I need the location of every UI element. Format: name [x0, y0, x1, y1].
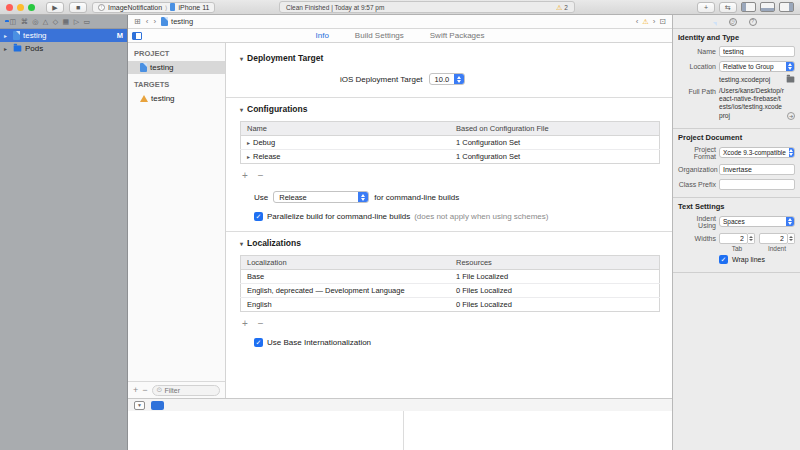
tab-width-field[interactable] — [719, 233, 748, 244]
location-select[interactable]: Relative to Group — [719, 61, 795, 72]
table-row[interactable]: Base 1 File Localized — [241, 270, 660, 284]
scheme-selector[interactable]: ! ImageNotification ⟩ iPhone 11 — [92, 2, 215, 13]
run-button[interactable]: ▶ — [46, 2, 64, 13]
scheme-device: iPhone 11 — [178, 4, 209, 11]
tab-build-settings[interactable]: Build Settings — [355, 31, 404, 40]
play-icon: ▶ — [52, 4, 57, 11]
tab-swift-packages[interactable]: Swift Packages — [430, 31, 485, 40]
test-navigator-icon[interactable]: ◇ — [53, 18, 58, 25]
stepper-icon[interactable] — [748, 233, 755, 244]
navigator-panel-toggle[interactable] — [741, 2, 756, 12]
check-icon: ✓ — [256, 213, 262, 220]
stop-button[interactable]: ■ — [69, 2, 87, 13]
table-row[interactable]: ▸Release 1 Configuration Set — [241, 150, 660, 164]
previous-issue-icon[interactable]: ‹ — [636, 18, 639, 26]
configurations-section-header[interactable]: ▾ Configurations — [240, 104, 660, 114]
wrap-lines-checkbox[interactable]: ✓ — [719, 255, 728, 264]
organization-label: Organization — [678, 166, 716, 173]
indent-using-select[interactable]: Spaces — [719, 216, 795, 227]
stepper-icon[interactable] — [788, 233, 795, 244]
hide-debug-area-button[interactable]: ▼ — [134, 401, 145, 410]
warning-icon[interactable]: ⚠ — [642, 18, 648, 25]
library-button[interactable]: + — [697, 2, 715, 13]
report-navigator-icon[interactable]: ▭ — [84, 18, 91, 25]
jump-bar-file-label: testing — [171, 17, 193, 26]
chevron-updown-icon — [786, 62, 794, 71]
base-internationalization-checkbox[interactable]: ✓ — [254, 338, 263, 347]
ios-deployment-select[interactable]: 10.0 — [429, 73, 466, 85]
disclosure-icon[interactable]: ▸ — [247, 140, 250, 146]
reveal-folder-icon[interactable] — [787, 77, 795, 83]
table-row[interactable]: English, deprecated — Development Langua… — [241, 284, 660, 298]
app-target-icon — [140, 95, 148, 102]
next-issue-icon[interactable]: › — [653, 18, 656, 26]
open-path-arrow-icon[interactable]: ➜ — [787, 112, 795, 120]
breadcrumb-separator-icon: ⟩ — [165, 4, 167, 11]
disclosure-icon[interactable]: ▸ — [4, 45, 10, 52]
find-navigator-icon[interactable]: ◎ — [32, 18, 38, 25]
debug-panel-toggle[interactable] — [760, 2, 775, 12]
organization-field[interactable] — [719, 164, 795, 175]
deployment-section-header[interactable]: ▾ Deployment Target — [240, 53, 660, 63]
debug-layout-button[interactable] — [151, 401, 164, 410]
inspector-panel-toggle[interactable] — [779, 2, 794, 12]
debug-navigator-icon[interactable]: ▦ — [63, 18, 70, 25]
minimize-window-button[interactable] — [17, 4, 24, 11]
remove-target-button[interactable]: − — [142, 386, 147, 395]
close-window-button[interactable] — [6, 4, 13, 11]
editor-options-icon[interactable]: ⊡ — [659, 18, 666, 26]
toolbar-right: + ⇆ — [697, 2, 794, 13]
indent-caption: Indent — [759, 245, 795, 252]
indent-width-stepper[interactable] — [759, 233, 795, 244]
add-localization-button[interactable]: + — [242, 319, 248, 329]
disclosure-icon[interactable]: ▸ — [247, 154, 250, 160]
status-text: Clean Finished | Today at 9:57 pm — [286, 4, 384, 11]
console-view[interactable] — [404, 411, 672, 450]
navigator-panel: ◫ ⌘ ◎ △ ◇ ▦ ▷ ▭ ▸ testing M ▸ Pods — [0, 15, 128, 450]
code-review-button[interactable]: ⇆ — [719, 2, 737, 13]
jump-bar-file[interactable]: testing — [161, 17, 193, 26]
project-tree-item-testing[interactable]: ▸ testing M — [0, 29, 127, 42]
tab-width-stepper[interactable] — [719, 233, 755, 244]
filter-field[interactable]: ⊙ — [152, 385, 220, 396]
zoom-window-button[interactable] — [28, 4, 35, 11]
add-target-button[interactable]: + — [133, 386, 138, 395]
parallelize-checkbox[interactable]: ✓ — [254, 212, 263, 221]
chevron-down-icon: ▼ — [137, 402, 142, 408]
filter-input[interactable] — [164, 387, 215, 394]
toolbar: ▶ ■ ! ImageNotification ⟩ iPhone 11 Clea… — [0, 0, 800, 15]
related-items-icon[interactable]: ⊞ — [134, 18, 141, 26]
quick-help-inspector-icon[interactable]: ? — [749, 18, 757, 26]
section-collapse-icon: ▾ — [240, 106, 243, 113]
tab-info[interactable]: Info — [316, 31, 329, 40]
remove-localization-button[interactable]: − — [258, 319, 264, 329]
base-internationalization-label: Use Base Internationalization — [267, 338, 371, 347]
sidebar-item-project-testing[interactable]: testing — [128, 61, 225, 74]
remove-configuration-button[interactable]: − — [258, 171, 264, 181]
warning-icon: ⚠ — [556, 4, 562, 11]
name-field[interactable] — [719, 46, 795, 57]
project-format-select[interactable]: Xcode 9.3-compatible — [719, 147, 795, 158]
class-prefix-field[interactable] — [719, 179, 795, 190]
command-line-config-select[interactable]: Release — [273, 191, 369, 203]
project-tree-item-pods[interactable]: ▸ Pods — [0, 42, 127, 55]
table-row[interactable]: English 0 Files Localized — [241, 298, 660, 312]
indent-width-field[interactable] — [759, 233, 788, 244]
back-icon[interactable]: ‹ — [146, 18, 149, 26]
sidebar-item-target-testing[interactable]: testing — [128, 92, 225, 105]
full-path-value: /Users/kans/Desktop/react-native-firebas… — [719, 87, 784, 120]
table-row[interactable]: ▸Debug 1 Configuration Set — [241, 136, 660, 150]
disclosure-icon[interactable]: ▸ — [4, 32, 10, 39]
section-collapse-icon: ▾ — [240, 55, 243, 62]
add-configuration-button[interactable]: + — [242, 171, 248, 181]
source-control-navigator-icon[interactable]: ◫ — [10, 18, 17, 25]
breakpoint-navigator-icon[interactable]: ▷ — [74, 18, 79, 25]
symbol-navigator-icon[interactable]: ⌘ — [21, 18, 28, 25]
issue-navigator-icon[interactable]: △ — [43, 18, 48, 25]
history-inspector-icon[interactable]: ◷ — [729, 18, 737, 26]
warning-badge[interactable]: ⚠ 2 — [556, 4, 568, 11]
localizations-section-header[interactable]: ▾ Localizations — [240, 238, 660, 248]
variables-view[interactable] — [128, 411, 404, 450]
issue-navigation: ‹ ⚠ › ⊡ — [636, 18, 666, 26]
forward-icon[interactable]: › — [153, 18, 156, 26]
